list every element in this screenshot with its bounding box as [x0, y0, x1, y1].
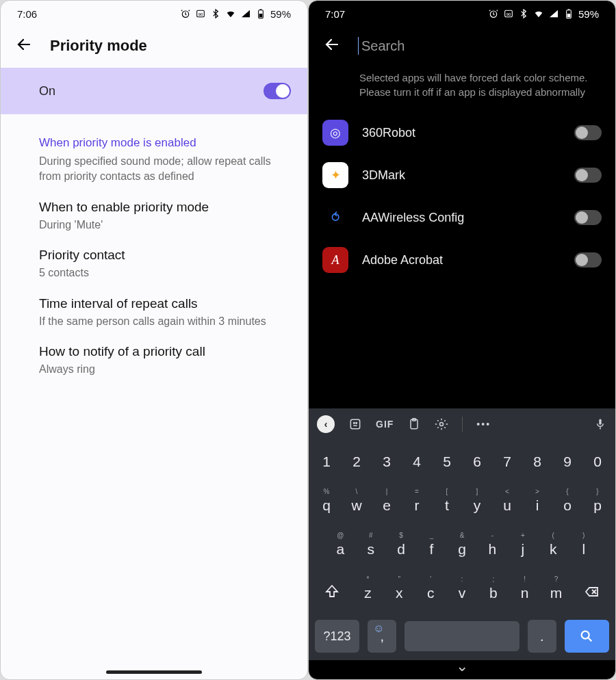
key-v[interactable]: :v [446, 573, 478, 614]
master-toggle-switch[interactable] [264, 83, 291, 99]
key-s[interactable]: #s [355, 529, 385, 570]
keyboard-row-2: @a#s$d_f&g-h+j(k)l [309, 527, 615, 571]
key-f[interactable]: _f [416, 529, 446, 570]
key-7[interactable]: 7 [492, 441, 522, 482]
key-3[interactable]: 3 [372, 441, 402, 482]
key-a[interactable]: @a [325, 529, 355, 570]
key-5[interactable]: 5 [432, 441, 462, 482]
symbols-key[interactable]: ?123 [315, 620, 359, 653]
key-o[interactable]: {o [552, 485, 582, 526]
key-z[interactable]: *z [352, 573, 384, 614]
keyboard-collapse-button[interactable]: ‹ [317, 415, 335, 433]
settings-icon[interactable] [435, 417, 448, 431]
mic-icon[interactable] [593, 417, 607, 431]
app-row-aawireless[interactable]: ⥀ AAWireless Config [309, 196, 615, 239]
key-d[interactable]: $d [386, 529, 416, 570]
app-icon: ◎ [322, 120, 348, 146]
app-toggle[interactable] [574, 168, 602, 183]
key-n[interactable]: !n [509, 573, 541, 614]
app-row-acrobat[interactable]: A Adobe Acrobat [309, 239, 615, 281]
keyboard-row-numbers: 1234567890 [309, 440, 615, 484]
space-key[interactable] [405, 621, 519, 651]
comma-key[interactable]: ☺ , [368, 620, 396, 653]
svg-rect-11 [567, 14, 571, 17]
separator [462, 417, 463, 432]
app-toggle[interactable] [574, 210, 602, 225]
setting-subtitle: 5 contacts [39, 265, 291, 280]
app-row-360robot[interactable]: ◎ 360Robot [309, 112, 615, 154]
keyboard-row-bottom: ?123 ☺ , . [309, 615, 615, 660]
alarm-icon [488, 8, 499, 19]
key-1[interactable]: 1 [311, 441, 342, 482]
svg-rect-12 [350, 419, 359, 428]
key-k[interactable]: (k [538, 529, 568, 570]
setting-title: How to notify of a priority call [39, 344, 291, 359]
clipboard-icon[interactable] [407, 417, 421, 431]
key-x[interactable]: "x [383, 573, 415, 614]
key-u[interactable]: <u [492, 485, 522, 526]
key-0[interactable]: 0 [582, 441, 613, 482]
backspace-key[interactable] [572, 573, 613, 614]
key-8[interactable]: 8 [522, 441, 552, 482]
master-toggle-row[interactable]: On [1, 68, 307, 114]
key-e[interactable]: |e [372, 485, 402, 526]
svg-text:90: 90 [198, 12, 203, 16]
key-q[interactable]: %q [311, 485, 342, 526]
app-name: Adobe Acrobat [362, 253, 561, 267]
setting-when-enable[interactable]: When to enable priority mode During 'Mut… [1, 185, 307, 233]
app-toggle[interactable] [574, 125, 602, 140]
key-2[interactable]: 2 [342, 441, 372, 482]
wifi-icon [533, 8, 544, 19]
setting-priority-contact[interactable]: Priority contact 5 contacts [1, 233, 307, 280]
app-name: 3DMark [362, 168, 561, 183]
status-bar: 7:06 90 59% [1, 1, 307, 27]
key-h[interactable]: -h [477, 529, 507, 570]
search-input[interactable] [358, 37, 600, 55]
status-time: 7:07 [325, 8, 345, 20]
key-p[interactable]: }p [582, 485, 613, 526]
shift-key[interactable] [311, 573, 352, 614]
refresh-rate-icon: 90 [195, 8, 206, 19]
key-m[interactable]: ?m [541, 573, 572, 614]
period-key[interactable]: . [528, 620, 556, 653]
key-4[interactable]: 4 [402, 441, 432, 482]
battery-icon [255, 8, 266, 19]
setting-title: Time interval of repeat calls [39, 296, 291, 311]
battery-icon [563, 8, 574, 19]
more-icon[interactable]: ••• [476, 419, 491, 430]
back-button[interactable] [16, 36, 32, 55]
back-button[interactable] [324, 36, 340, 55]
svg-point-19 [582, 631, 589, 639]
app-name: 360Robot [362, 126, 561, 140]
master-toggle-label: On [39, 84, 264, 99]
search-key[interactable] [565, 620, 609, 653]
key-r[interactable]: =r [402, 485, 432, 526]
key-i[interactable]: >i [522, 485, 552, 526]
app-row-3dmark[interactable]: ✦ 3DMark [309, 154, 615, 196]
page-title: Priority mode [50, 37, 147, 55]
svg-rect-5 [259, 14, 263, 17]
key-c[interactable]: 'c [415, 573, 446, 614]
key-y[interactable]: ]y [462, 485, 492, 526]
key-j[interactable]: +j [508, 529, 538, 570]
key-g[interactable]: &g [447, 529, 477, 570]
svg-point-14 [356, 423, 357, 424]
nav-collapse-icon[interactable]: ⌄ [456, 657, 468, 675]
setting-how-notify[interactable]: How to notify of a priority call Always … [1, 329, 307, 377]
gif-button[interactable]: GIF [376, 419, 394, 430]
refresh-rate-icon: 90 [503, 8, 514, 19]
setting-time-interval[interactable]: Time interval of repeat calls If the sam… [1, 281, 307, 329]
sticker-icon[interactable] [348, 417, 362, 431]
svg-point-17 [440, 423, 444, 426]
nav-pill[interactable] [106, 670, 202, 674]
key-b[interactable]: ;b [478, 573, 509, 614]
key-l[interactable]: )l [569, 529, 599, 570]
alarm-icon [180, 8, 191, 19]
setting-subtitle: Always ring [39, 362, 291, 377]
key-9[interactable]: 9 [552, 441, 582, 482]
key-t[interactable]: [t [432, 485, 462, 526]
key-w[interactable]: \w [342, 485, 372, 526]
svg-text:90: 90 [506, 12, 511, 16]
app-toggle[interactable] [574, 252, 602, 267]
key-6[interactable]: 6 [462, 441, 492, 482]
